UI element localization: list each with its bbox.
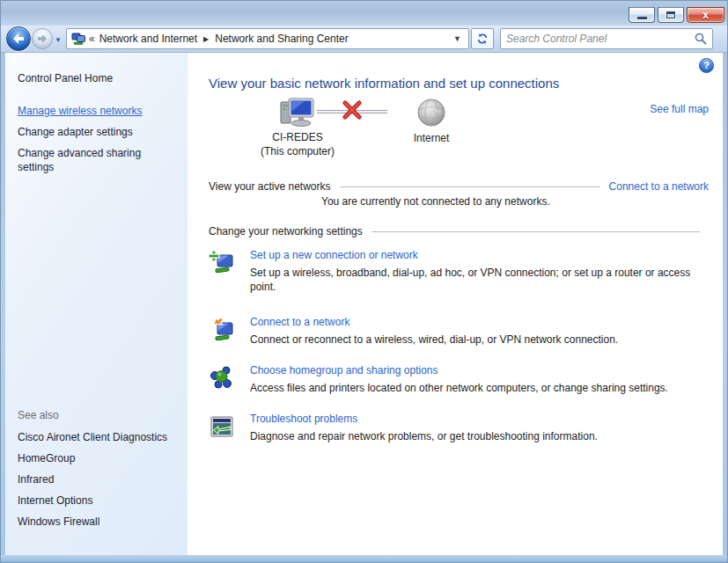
computer-icon — [279, 96, 316, 129]
task-list: Set up a new connection or network Set u… — [209, 249, 709, 443]
breadcrumb-separator-icon[interactable]: ▶ — [203, 35, 209, 43]
search-input[interactable] — [506, 33, 695, 45]
see-full-map-link[interactable]: See full map — [650, 103, 709, 115]
refresh-icon — [476, 33, 489, 45]
internet-globe-icon — [416, 98, 446, 128]
task-title[interactable]: Set up a new connection or network — [250, 249, 709, 262]
close-icon: x — [702, 10, 709, 20]
sidebar: Control Panel Home Manage wireless netwo… — [5, 53, 187, 555]
computer-note-label: (This computer) — [258, 145, 337, 157]
window-bottom-frame — [1, 555, 727, 562]
sidebar-item-change-advanced-sharing-settings[interactable]: Change advanced sharing settings — [18, 146, 169, 174]
window-content: Control Panel Home Manage wireless netwo… — [5, 53, 723, 555]
task-title[interactable]: Choose homegroup and sharing options — [250, 364, 668, 377]
page-title: View your basic network information and … — [209, 76, 709, 91]
disconnected-x-icon[interactable] — [342, 100, 363, 120]
network-map: CI-REDES (This computer) — [209, 96, 709, 170]
close-button[interactable]: x — [687, 7, 724, 23]
sidebar-item-control-panel-home[interactable]: Control Panel Home — [18, 72, 187, 84]
task-title[interactable]: Connect to a network — [250, 316, 618, 329]
homegroup-icon — [209, 365, 235, 391]
main-panel: ? View your basic network information an… — [187, 53, 723, 555]
sidebar-item-homegroup[interactable]: HomeGroup — [18, 451, 169, 465]
breadcrumb-item-network-and-internet[interactable]: Network and Internet — [99, 33, 197, 45]
task-text: Connect to a network Connect or reconnec… — [250, 316, 618, 347]
task-description: Set up a wireless, broadband, dial-up, a… — [250, 266, 709, 294]
see-also-section: See also Cisco Aironet Client Diagnostic… — [18, 409, 176, 536]
task-troubleshoot-problems[interactable]: Troubleshoot problems Diagnose and repai… — [209, 413, 709, 443]
breadcrumb-overflow-chevron[interactable]: « — [89, 33, 95, 45]
forward-button[interactable] — [32, 28, 53, 49]
minimize-button[interactable] — [629, 7, 655, 23]
computer-node[interactable]: CI-REDES (This computer) — [258, 96, 337, 157]
connect-network-icon — [209, 317, 235, 343]
task-text: Choose homegroup and sharing options Acc… — [250, 364, 668, 395]
task-title[interactable]: Troubleshoot problems — [250, 413, 598, 426]
sidebar-item-windows-firewall[interactable]: Windows Firewall — [18, 515, 169, 529]
title-bar: x — [1, 1, 727, 26]
help-icon: ? — [703, 60, 710, 70]
address-bar[interactable]: « Network and Internet ▶ Network and Sha… — [66, 28, 469, 49]
new-connection-icon — [209, 250, 235, 276]
task-text: Troubleshoot problems Diagnose and repai… — [250, 413, 598, 443]
task-description: Connect or reconnect to a wireless, wire… — [250, 333, 618, 347]
search-box — [500, 28, 713, 49]
minimize-icon — [637, 17, 647, 19]
caption-buttons: x — [629, 7, 724, 23]
troubleshoot-icon — [209, 413, 235, 440]
address-dropdown-icon[interactable]: ▼ — [451, 34, 464, 43]
recent-pages-dropdown[interactable]: ▼ — [55, 36, 62, 44]
networking-settings-label: Change your networking settings — [209, 225, 363, 238]
divider — [371, 231, 700, 232]
not-connected-status: You are currently not connected to any n… — [321, 195, 709, 208]
sidebar-item-cisco-aironet-client-diagnostics[interactable]: Cisco Aironet Client Diagnostics — [18, 430, 169, 444]
task-connect-to-network[interactable]: Connect to a network Connect or reconnec… — [209, 316, 709, 347]
search-icon[interactable] — [695, 33, 707, 45]
task-setup-new-connection[interactable]: Set up a new connection or network Set u… — [209, 249, 709, 294]
back-button[interactable] — [6, 26, 31, 51]
breadcrumb-item-network-sharing-center[interactable]: Network and Sharing Center — [215, 33, 348, 45]
sidebar-item-internet-options[interactable]: Internet Options — [18, 494, 169, 508]
computer-name-label: CI-REDES — [258, 131, 337, 143]
divider — [340, 186, 600, 187]
maximize-button[interactable] — [658, 7, 684, 23]
sidebar-item-manage-wireless-networks[interactable]: Manage wireless networks — [18, 104, 169, 118]
network-sharing-center-window: x ▼ « Network and Intern — [0, 0, 728, 563]
sidebar-item-infrared[interactable]: Infrared — [18, 472, 169, 486]
internet-label: Internet — [396, 132, 467, 144]
see-also-heading: See also — [18, 409, 176, 421]
active-networks-header: View your active networks Connect to a n… — [209, 180, 709, 193]
task-description: Access files and printers located on oth… — [250, 381, 668, 395]
nav-buttons: ▼ — [1, 26, 63, 53]
maximize-icon — [666, 11, 675, 18]
sidebar-item-change-adapter-settings[interactable]: Change adapter settings — [18, 125, 169, 139]
task-homegroup-sharing[interactable]: Choose homegroup and sharing options Acc… — [209, 364, 709, 395]
navigation-toolbar: ▼ « Network and Internet ▶ Network and S… — [1, 26, 727, 53]
internet-node[interactable]: Internet — [396, 98, 467, 144]
forward-arrow-icon — [37, 34, 48, 43]
back-arrow-icon — [12, 33, 25, 44]
task-description: Diagnose and repair network problems, or… — [250, 429, 598, 443]
help-button[interactable]: ? — [699, 58, 714, 73]
networking-settings-header: Change your networking settings — [209, 225, 709, 238]
network-places-icon — [71, 32, 85, 46]
task-text: Set up a new connection or network Set u… — [250, 249, 709, 294]
active-networks-label: View your active networks — [209, 180, 331, 193]
refresh-button[interactable] — [471, 28, 494, 49]
connect-to-network-link[interactable]: Connect to a network — [609, 180, 709, 193]
